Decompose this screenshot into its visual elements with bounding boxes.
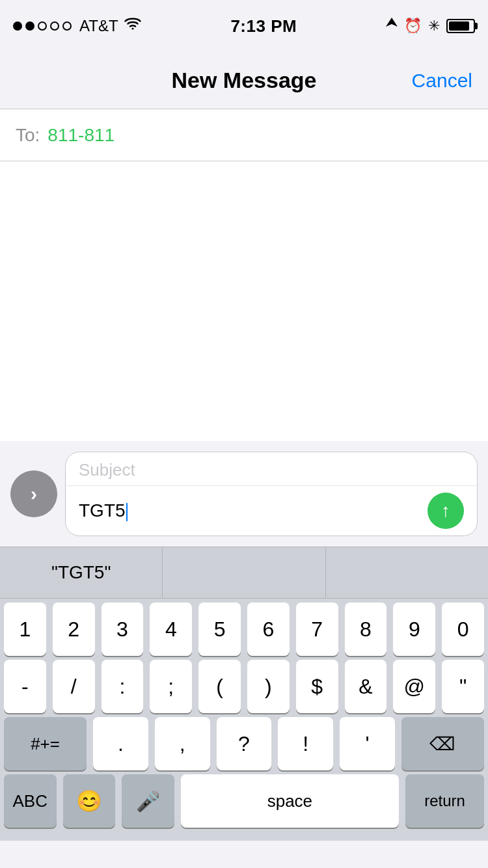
keyboard-row-3: #+= . , ? ! ' ⌫ [0, 713, 488, 770]
bluetooth-icon: ✳ [428, 18, 440, 34]
battery-indicator [446, 19, 475, 33]
signal-dot-5 [62, 21, 72, 31]
autocomplete-item-0[interactable]: "TGT5" [0, 547, 163, 598]
key-6[interactable]: 6 [247, 603, 290, 656]
send-icon: ↑ [441, 502, 450, 520]
status-time: 7:13 PM [230, 16, 297, 36]
send-button[interactable]: ↑ [427, 493, 464, 529]
key-semicolon[interactable]: ; [150, 660, 192, 713]
input-row: › Subject TGT5 ↑ [0, 452, 488, 536]
key-ampersand[interactable]: & [345, 660, 387, 713]
key-1[interactable]: 1 [4, 603, 46, 656]
autocomplete-item-1[interactable] [163, 547, 325, 598]
subject-field[interactable]: Subject [66, 452, 477, 486]
key-apostrophe[interactable]: ' [340, 717, 395, 770]
keyboard-row-1: 1 2 3 4 5 6 7 8 9 0 [0, 599, 488, 656]
key-5[interactable]: 5 [198, 603, 241, 656]
keyboard-row-4: ABC 😊 🎤 space return [0, 770, 488, 841]
key-abc[interactable]: ABC [4, 774, 57, 828]
key-dash[interactable]: - [4, 660, 46, 713]
to-field[interactable]: To: 811-811 [0, 109, 488, 161]
key-9[interactable]: 9 [393, 603, 435, 656]
key-colon[interactable]: : [102, 660, 144, 713]
location-icon [386, 18, 398, 35]
signal-dot-1 [13, 21, 22, 31]
subject-placeholder: Subject [79, 460, 135, 480]
autocomplete-bar: "TGT5" [0, 547, 488, 599]
key-rparen[interactable]: ) [247, 660, 290, 713]
to-value: 811-811 [47, 125, 115, 146]
mic-icon: 🎤 [136, 790, 160, 813]
alarm-icon: ⏰ [404, 18, 422, 34]
page-title: New Message [172, 68, 317, 93]
key-3[interactable]: 3 [102, 603, 144, 656]
key-slash[interactable]: / [53, 660, 95, 713]
key-emoji[interactable]: 😊 [63, 774, 116, 828]
key-symbols-toggle[interactable]: #+= [4, 717, 87, 770]
autocomplete-item-2[interactable] [326, 547, 488, 598]
key-4[interactable]: 4 [150, 603, 192, 656]
emoji-icon: 😊 [76, 789, 102, 813]
delete-key[interactable]: ⌫ [401, 717, 484, 770]
status-bar: AT&T 7:13 PM ⏰ ✳ [0, 0, 488, 52]
to-label: To: [16, 125, 40, 146]
status-left: AT&T [13, 17, 142, 35]
signal-dot-4 [50, 21, 59, 31]
key-quote[interactable]: " [442, 660, 484, 713]
carrier-label: AT&T [79, 17, 118, 35]
key-8[interactable]: 8 [345, 603, 387, 656]
key-at[interactable]: @ [393, 660, 435, 713]
delete-icon: ⌫ [429, 733, 455, 755]
cursor [126, 503, 128, 521]
key-return[interactable]: return [405, 774, 484, 828]
key-space[interactable]: space [181, 774, 400, 828]
message-input-area[interactable]: TGT5 ↑ [66, 486, 477, 536]
input-box[interactable]: Subject TGT5 ↑ [65, 452, 478, 536]
key-period[interactable]: . [93, 717, 148, 770]
status-right: ⏰ ✳ [386, 18, 475, 35]
key-0[interactable]: 0 [442, 603, 484, 656]
input-area: › Subject TGT5 ↑ [0, 441, 488, 547]
key-lparen[interactable]: ( [198, 660, 241, 713]
key-mic[interactable]: 🎤 [122, 774, 174, 828]
key-dollar[interactable]: $ [296, 660, 338, 713]
signal-dot-3 [38, 21, 47, 31]
message-text: TGT5 [79, 500, 421, 521]
key-2[interactable]: 2 [53, 603, 95, 656]
message-body[interactable] [0, 161, 488, 441]
cancel-button[interactable]: Cancel [412, 70, 472, 92]
keyboard-row-2: - / : ; ( ) $ & @ " [0, 656, 488, 713]
keyboard: 1 2 3 4 5 6 7 8 9 0 - / : ; ( ) $ & @ " … [0, 599, 488, 841]
signal-dot-2 [25, 21, 34, 31]
expand-button[interactable]: › [10, 470, 57, 517]
key-question[interactable]: ? [217, 717, 272, 770]
nav-bar: New Message Cancel [0, 52, 488, 109]
key-comma[interactable]: , [155, 717, 210, 770]
chevron-right-icon: › [31, 483, 37, 505]
key-7[interactable]: 7 [296, 603, 338, 656]
signal-dots [13, 21, 72, 31]
wifi-icon [124, 17, 142, 35]
key-exclamation[interactable]: ! [278, 717, 333, 770]
